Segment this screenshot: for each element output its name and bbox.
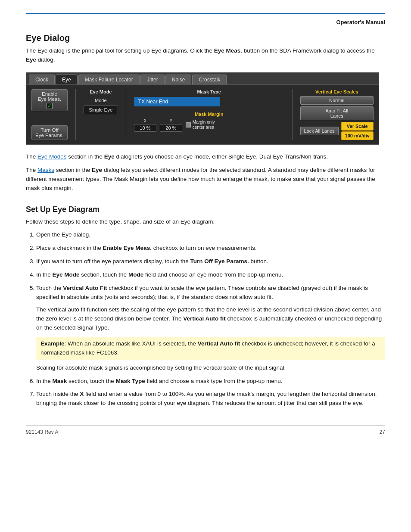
mask-margin-row: X 10 % Y 20 % Margin onlycenter area bbox=[134, 118, 284, 132]
eye-mode-title: Eye Mode bbox=[84, 89, 118, 94]
step-5-bold: Vertical Auto Fit bbox=[63, 285, 107, 291]
step-5: Touch the Vertical Auto Fit checkbox if … bbox=[36, 284, 385, 372]
step-6-bold-1: Mask bbox=[53, 378, 67, 384]
step-4-bold-2: Mode bbox=[128, 271, 143, 278]
mask-type-dropdown[interactable]: TX Near End bbox=[134, 97, 220, 106]
mask-margin-title: Mask Margin bbox=[134, 112, 284, 117]
step-2-bold: Enable Eye Meas. bbox=[103, 245, 152, 251]
page-number: 27 bbox=[380, 429, 385, 435]
enable-eye-meas-label: EnableEye Meas. bbox=[38, 91, 61, 102]
step-3-bold: Turn Off Eye Params. bbox=[190, 258, 249, 264]
step-3: If you want to turn off the eye paramete… bbox=[36, 257, 385, 266]
step-5-example-bold: Example bbox=[40, 340, 65, 347]
eye-bold-2: Eye bbox=[104, 153, 115, 160]
step-5-highlight-bold: Vertical Auto fit bbox=[198, 340, 240, 347]
tab-eye[interactable]: Eye bbox=[56, 75, 78, 84]
mask-y-label: Y bbox=[169, 118, 172, 123]
dialog-screenshot: Clock Eye Mask Failure Locator Jitter No… bbox=[26, 72, 379, 145]
step-6-bold-2: Mask Type bbox=[116, 378, 145, 384]
step-5-para1: The vertical auto fit function sets the … bbox=[36, 305, 385, 333]
setup-intro: Follow these steps to define the type, s… bbox=[26, 218, 385, 227]
tab-clock[interactable]: Clock bbox=[29, 75, 55, 84]
auto-fit-all-lanes-btn[interactable]: Auto Fit AllLanes bbox=[300, 106, 374, 120]
mask-x-value[interactable]: 10 % bbox=[134, 124, 156, 132]
dialog-col-vert-eye: Vertical Eye Scales Normal Auto Fit AllL… bbox=[300, 89, 374, 140]
step-1: Open the Eye dialog. bbox=[36, 230, 385, 240]
dialog-col-enable: EnableEye Meas. ✓ Turn OffEye Params. bbox=[31, 89, 68, 140]
mask-x-label: X bbox=[143, 118, 146, 123]
dialog-col-eye-mode: Eye Mode Mode Single Eye bbox=[84, 89, 118, 140]
margin-only-label: Margin onlycenter area bbox=[193, 120, 215, 130]
mode-value[interactable]: Single Eye bbox=[84, 106, 118, 114]
manual-title: Operator's Manual bbox=[26, 19, 385, 25]
enable-eye-meas-checkbox[interactable]: ✓ bbox=[47, 103, 53, 109]
vert-scale-row: Lock All Lanes Ver Scale 100 mV/div bbox=[300, 122, 374, 140]
step-5-highlight: Example: When an absolute mask like XAUI… bbox=[36, 337, 385, 360]
mask-x-col: X 10 % bbox=[134, 118, 156, 132]
doc-number: 921143 Rev A bbox=[26, 429, 58, 435]
eye-modes-paragraph: The Eye Modes section in the Eye dialog … bbox=[26, 152, 385, 162]
eye-meas-bold: Eye Meas. bbox=[214, 47, 242, 54]
step-7-bold: X bbox=[80, 391, 84, 397]
mode-label: Mode bbox=[84, 98, 118, 103]
masks-link[interactable]: Masks bbox=[37, 167, 54, 173]
setup-eye-diagram-heading: Set Up Eye Diagram bbox=[26, 205, 385, 214]
dialog-body: EnableEye Meas. ✓ Turn OffEye Params. Ey… bbox=[26, 85, 379, 144]
eye-modes-link[interactable]: Eye Modes bbox=[37, 153, 67, 160]
margin-only-checkbox: Margin onlycenter area bbox=[186, 120, 215, 130]
mask-type-title: Mask Type bbox=[134, 89, 284, 94]
page-footer: 921143 Rev A 27 bbox=[26, 425, 385, 435]
vert-eye-title: Vertical Eye Scales bbox=[300, 89, 374, 94]
normal-btn[interactable]: Normal bbox=[300, 96, 374, 105]
eye-dialog-heading: Eye Dialog bbox=[26, 33, 385, 43]
divider-2 bbox=[126, 89, 126, 140]
dialog-tabs-bar: Clock Eye Mask Failure Locator Jitter No… bbox=[26, 73, 379, 85]
mask-margin-section: Mask Margin X 10 % Y 20 % Margin onlyce bbox=[134, 112, 284, 132]
step-5-para2: Scaling for absolute mask signals is acc… bbox=[36, 364, 385, 373]
step-7: Touch inside the X field and enter a val… bbox=[36, 390, 385, 408]
tab-jitter[interactable]: Jitter bbox=[140, 75, 165, 84]
eye-bold: Eye bbox=[26, 56, 36, 63]
mask-y-value[interactable]: 20 % bbox=[160, 124, 182, 132]
tab-crosstalk[interactable]: Crosstalk bbox=[192, 75, 227, 84]
lock-all-lanes-btn[interactable]: Lock All Lanes bbox=[300, 127, 339, 135]
tab-mask-failure-locator[interactable]: Mask Failure Locator bbox=[78, 75, 140, 84]
ver-scale-value[interactable]: 100 mV/div bbox=[341, 131, 374, 140]
top-border-line bbox=[26, 13, 385, 14]
dialog-col-mask: Mask Type TX Near End Mask Margin X 10 %… bbox=[134, 89, 284, 140]
ver-scale-label: Ver Scale bbox=[341, 122, 374, 131]
masks-paragraph: The Masks section in the Eye dialog lets… bbox=[26, 166, 385, 193]
step-4-bold-1: Eye Mode bbox=[53, 271, 80, 278]
eye-bold-3: Eye bbox=[92, 167, 102, 173]
enable-eye-meas-btn[interactable]: EnableEye Meas. ✓ bbox=[31, 89, 68, 111]
step-2: Place a checkmark in the Enable Eye Meas… bbox=[36, 244, 385, 253]
divider-3 bbox=[292, 89, 293, 140]
setup-steps-list: Open the Eye dialog. Place a checkmark i… bbox=[36, 230, 385, 408]
margin-only-check[interactable] bbox=[186, 122, 191, 128]
step-4: In the Eye Mode section, touch the Mode … bbox=[36, 271, 385, 280]
eye-dialog-intro: The Eye dialog is the principal tool for… bbox=[26, 47, 385, 65]
turn-off-eye-params-btn[interactable]: Turn OffEye Params. bbox=[31, 125, 68, 140]
tab-noise[interactable]: Noise bbox=[165, 75, 192, 84]
mask-y-col: Y 20 % bbox=[160, 118, 182, 132]
divider-1 bbox=[75, 89, 76, 140]
step-6: In the Mask section, touch the Mask Type… bbox=[36, 377, 385, 386]
step-5-para1-bold: Vertical Auto fit bbox=[183, 315, 226, 322]
